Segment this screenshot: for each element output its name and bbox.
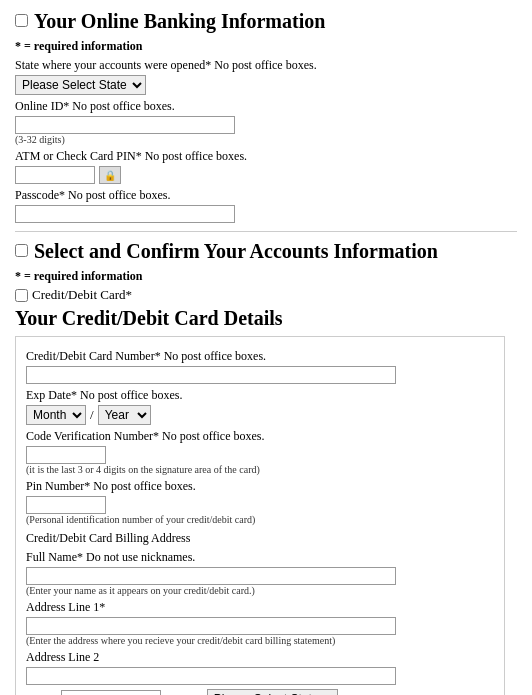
credit-debit-label: Credit/Debit Card* — [32, 287, 132, 303]
full-name-label: Full Name* Do not use nicknames. — [26, 550, 494, 565]
cvn-label: Code Verification Number* No post office… — [26, 429, 494, 444]
full-name-input[interactable] — [26, 567, 396, 585]
passcode-label: Passcode* No post office boxes. — [15, 188, 517, 203]
pin-icon[interactable]: 🔒 — [99, 166, 121, 184]
address1-input[interactable] — [26, 617, 396, 635]
card-number-input[interactable] — [26, 366, 396, 384]
exp-date-label: Exp Date* No post office boxes. — [26, 388, 494, 403]
online-id-input[interactable] — [15, 116, 235, 134]
cvn-hint: (it is the last 3 or 4 digits on the sig… — [26, 464, 494, 475]
section2-body: * = required information Credit/Debit Ca… — [15, 269, 517, 303]
credit-debit-row: Credit/Debit Card* — [15, 287, 517, 303]
exp-slash: / — [90, 407, 94, 423]
required-info-1: * = required information — [15, 39, 517, 54]
full-name-hint: (Enter your name as it appears on your c… — [26, 585, 494, 596]
address2-label: Address Line 2 — [26, 650, 494, 665]
cvn-input[interactable] — [26, 446, 106, 464]
pin-label: Pin Number* No post office boxes. — [26, 479, 494, 494]
billing-address-label: Credit/Debit Card Billing Address — [26, 531, 494, 546]
atm-row: 🔒 — [15, 166, 517, 184]
city-label: City* — [26, 692, 53, 696]
state-label2: State* — [169, 692, 199, 696]
credit-debit-checkbox[interactable] — [15, 289, 28, 302]
section2-checkbox[interactable] — [15, 244, 28, 257]
exp-date-row: Month 01020304 05060708 09101112 / Year … — [26, 405, 494, 425]
state-label: State where your accounts were opened* N… — [15, 58, 517, 73]
section3-title: Your Credit/Debit Card Details — [15, 307, 517, 330]
atm-pin-label: ATM or Check Card PIN* No post office bo… — [15, 149, 517, 164]
address2-input[interactable] — [26, 667, 396, 685]
pin-hint: (Personal identification number of your … — [26, 514, 494, 525]
state-select[interactable]: Please Select State ALAKAZAR CACOCTDE FL… — [15, 75, 146, 95]
address1-label: Address Line 1* — [26, 600, 494, 615]
card-section: Credit/Debit Card Number* No post office… — [15, 336, 505, 695]
city-input[interactable] — [61, 690, 161, 695]
section1-checkbox[interactable] — [15, 14, 28, 27]
digits-hint: (3-32 digits) — [15, 134, 517, 145]
passcode-input[interactable] — [15, 205, 235, 223]
online-id-label: Online ID* No post office boxes. — [15, 99, 517, 114]
state-select-2[interactable]: Please Select State ALAKAZAR CACOCTDE FL… — [207, 689, 338, 695]
section1-title: Your Online Banking Information — [34, 10, 325, 33]
required-info-2: * = required information — [15, 269, 517, 284]
pin-input[interactable] — [26, 496, 106, 514]
card-number-label: Credit/Debit Card Number* No post office… — [26, 349, 494, 364]
city-state-row: City* State* Please Select State ALAKAZA… — [26, 689, 494, 695]
divider-1 — [15, 231, 517, 232]
section2-header: Select and Confirm Your Accounts Informa… — [15, 240, 517, 263]
section2-title: Select and Confirm Your Accounts Informa… — [34, 240, 438, 263]
address1-hint: (Enter the address where you recieve you… — [26, 635, 494, 646]
section1-header: Your Online Banking Information — [15, 10, 517, 33]
month-select[interactable]: Month 01020304 05060708 09101112 — [26, 405, 86, 425]
section1-body: * = required information State where you… — [15, 39, 517, 223]
year-select[interactable]: Year 2024202520262027 202820292030 — [98, 405, 151, 425]
atm-pin-input[interactable] — [15, 166, 95, 184]
